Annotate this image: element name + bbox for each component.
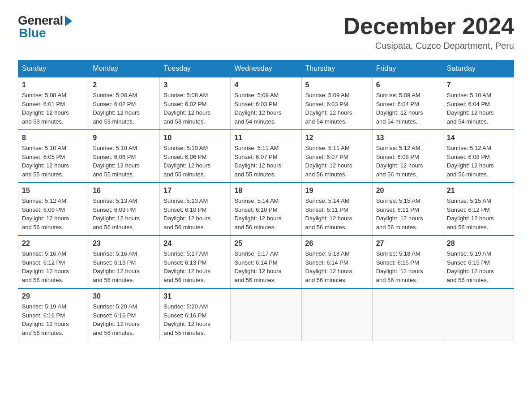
day-info: Sunrise: 5:14 AM Sunset: 6:11 PM Dayligh… bbox=[305, 197, 369, 231]
day-info: Sunrise: 5:08 AM Sunset: 6:01 PM Dayligh… bbox=[22, 91, 85, 126]
day-number: 20 bbox=[376, 187, 439, 195]
month-title: December 2024 bbox=[343, 13, 514, 39]
header-tuesday: Tuesday bbox=[160, 60, 231, 77]
day-info: Sunrise: 5:12 AM Sunset: 6:08 PM Dayligh… bbox=[447, 144, 510, 179]
day-info: Sunrise: 5:11 AM Sunset: 6:07 PM Dayligh… bbox=[234, 144, 297, 179]
day-number: 10 bbox=[163, 134, 227, 142]
day-info: Sunrise: 5:10 AM Sunset: 6:04 PM Dayligh… bbox=[447, 91, 510, 126]
day-number: 21 bbox=[447, 187, 510, 195]
day-info: Sunrise: 5:18 AM Sunset: 6:15 PM Dayligh… bbox=[376, 249, 439, 284]
day-number: 24 bbox=[163, 240, 227, 248]
header-monday: Monday bbox=[89, 60, 160, 77]
calendar-cell: 21 Sunrise: 5:15 AM Sunset: 6:12 PM Dayl… bbox=[443, 183, 514, 235]
day-number: 15 bbox=[22, 187, 85, 195]
day-info: Sunrise: 5:11 AM Sunset: 6:07 PM Dayligh… bbox=[305, 144, 369, 179]
calendar-cell: 7 Sunrise: 5:10 AM Sunset: 6:04 PM Dayli… bbox=[443, 77, 514, 130]
calendar-cell: 24 Sunrise: 5:17 AM Sunset: 6:13 PM Dayl… bbox=[160, 235, 231, 288]
day-info: Sunrise: 5:17 AM Sunset: 6:13 PM Dayligh… bbox=[163, 249, 227, 284]
calendar-cell: 14 Sunrise: 5:12 AM Sunset: 6:08 PM Dayl… bbox=[443, 130, 514, 183]
day-info: Sunrise: 5:10 AM Sunset: 6:05 PM Dayligh… bbox=[22, 144, 85, 179]
calendar-cell: 4 Sunrise: 5:09 AM Sunset: 6:03 PM Dayli… bbox=[231, 77, 301, 130]
day-number: 30 bbox=[93, 292, 156, 300]
header-wednesday: Wednesday bbox=[231, 60, 301, 77]
day-number: 3 bbox=[163, 81, 227, 89]
day-info: Sunrise: 5:10 AM Sunset: 6:06 PM Dayligh… bbox=[163, 144, 227, 179]
calendar-cell: 11 Sunrise: 5:11 AM Sunset: 6:07 PM Dayl… bbox=[231, 130, 301, 183]
day-info: Sunrise: 5:19 AM Sunset: 6:15 PM Dayligh… bbox=[447, 249, 510, 284]
day-number: 11 bbox=[234, 134, 297, 142]
day-number: 22 bbox=[22, 240, 85, 248]
calendar-cell: 3 Sunrise: 5:08 AM Sunset: 6:02 PM Dayli… bbox=[160, 77, 231, 130]
day-number: 6 bbox=[376, 81, 439, 89]
calendar-week-row: 8 Sunrise: 5:10 AM Sunset: 6:05 PM Dayli… bbox=[18, 130, 514, 183]
calendar-cell: 12 Sunrise: 5:11 AM Sunset: 6:07 PM Dayl… bbox=[301, 130, 372, 183]
day-info: Sunrise: 5:13 AM Sunset: 6:10 PM Dayligh… bbox=[163, 197, 227, 231]
day-number: 16 bbox=[93, 187, 156, 195]
calendar-week-row: 15 Sunrise: 5:12 AM Sunset: 6:09 PM Dayl… bbox=[18, 183, 514, 235]
day-number: 29 bbox=[22, 292, 85, 300]
day-info: Sunrise: 5:09 AM Sunset: 6:03 PM Dayligh… bbox=[234, 91, 297, 126]
day-info: Sunrise: 5:10 AM Sunset: 6:06 PM Dayligh… bbox=[93, 144, 156, 179]
day-info: Sunrise: 5:14 AM Sunset: 6:10 PM Dayligh… bbox=[234, 197, 297, 231]
day-number: 9 bbox=[93, 134, 156, 142]
calendar-cell: 6 Sunrise: 5:09 AM Sunset: 6:04 PM Dayli… bbox=[372, 77, 443, 130]
calendar-cell: 8 Sunrise: 5:10 AM Sunset: 6:05 PM Dayli… bbox=[18, 130, 89, 183]
day-info: Sunrise: 5:08 AM Sunset: 6:02 PM Dayligh… bbox=[93, 91, 156, 126]
day-number: 14 bbox=[447, 134, 510, 142]
calendar-cell: 9 Sunrise: 5:10 AM Sunset: 6:06 PM Dayli… bbox=[89, 130, 160, 183]
calendar-cell: 10 Sunrise: 5:10 AM Sunset: 6:06 PM Dayl… bbox=[160, 130, 231, 183]
day-info: Sunrise: 5:16 AM Sunset: 6:13 PM Dayligh… bbox=[93, 249, 156, 284]
calendar-week-row: 22 Sunrise: 5:16 AM Sunset: 6:12 PM Dayl… bbox=[18, 235, 514, 288]
day-number: 12 bbox=[305, 134, 369, 142]
calendar-cell: 19 Sunrise: 5:14 AM Sunset: 6:11 PM Dayl… bbox=[301, 183, 372, 235]
calendar-cell: 13 Sunrise: 5:12 AM Sunset: 6:08 PM Dayl… bbox=[372, 130, 443, 183]
header-sunday: Sunday bbox=[18, 60, 89, 77]
calendar-cell: 20 Sunrise: 5:15 AM Sunset: 6:11 PM Dayl… bbox=[372, 183, 443, 235]
day-info: Sunrise: 5:20 AM Sunset: 6:16 PM Dayligh… bbox=[163, 302, 227, 337]
calendar-cell: 27 Sunrise: 5:18 AM Sunset: 6:15 PM Dayl… bbox=[372, 235, 443, 288]
header-thursday: Thursday bbox=[301, 60, 372, 77]
calendar-cell: 25 Sunrise: 5:17 AM Sunset: 6:14 PM Dayl… bbox=[231, 235, 301, 288]
day-number: 26 bbox=[305, 240, 369, 248]
calendar-week-row: 29 Sunrise: 5:19 AM Sunset: 6:16 PM Dayl… bbox=[18, 288, 514, 341]
calendar-cell: 18 Sunrise: 5:14 AM Sunset: 6:10 PM Dayl… bbox=[231, 183, 301, 235]
calendar-cell: 28 Sunrise: 5:19 AM Sunset: 6:15 PM Dayl… bbox=[443, 235, 514, 288]
calendar-cell bbox=[443, 288, 514, 341]
page-header: General Blue December 2024 Cusipata, Cuz… bbox=[18, 13, 514, 51]
day-number: 17 bbox=[163, 187, 227, 195]
calendar-cell: 2 Sunrise: 5:08 AM Sunset: 6:02 PM Dayli… bbox=[89, 77, 160, 130]
day-info: Sunrise: 5:20 AM Sunset: 6:16 PM Dayligh… bbox=[93, 302, 156, 337]
day-info: Sunrise: 5:09 AM Sunset: 6:04 PM Dayligh… bbox=[376, 91, 439, 126]
day-info: Sunrise: 5:12 AM Sunset: 6:08 PM Dayligh… bbox=[376, 144, 439, 179]
day-info: Sunrise: 5:12 AM Sunset: 6:09 PM Dayligh… bbox=[22, 197, 85, 231]
calendar-cell: 17 Sunrise: 5:13 AM Sunset: 6:10 PM Dayl… bbox=[160, 183, 231, 235]
day-info: Sunrise: 5:17 AM Sunset: 6:14 PM Dayligh… bbox=[234, 249, 297, 284]
calendar-cell: 30 Sunrise: 5:20 AM Sunset: 6:16 PM Dayl… bbox=[89, 288, 160, 341]
day-number: 25 bbox=[234, 240, 297, 248]
day-info: Sunrise: 5:15 AM Sunset: 6:11 PM Dayligh… bbox=[376, 197, 439, 231]
day-number: 13 bbox=[376, 134, 439, 142]
calendar-table: SundayMondayTuesdayWednesdayThursdayFrid… bbox=[18, 60, 514, 341]
day-number: 23 bbox=[93, 240, 156, 248]
day-number: 1 bbox=[22, 81, 85, 89]
day-number: 8 bbox=[22, 134, 85, 142]
day-info: Sunrise: 5:16 AM Sunset: 6:12 PM Dayligh… bbox=[22, 249, 85, 284]
location-text: Cusipata, Cuzco Department, Peru bbox=[343, 41, 514, 51]
day-number: 31 bbox=[163, 292, 227, 300]
header-friday: Friday bbox=[372, 60, 443, 77]
day-number: 18 bbox=[234, 187, 297, 195]
day-info: Sunrise: 5:18 AM Sunset: 6:14 PM Dayligh… bbox=[305, 249, 369, 284]
day-number: 19 bbox=[305, 187, 369, 195]
calendar-cell: 15 Sunrise: 5:12 AM Sunset: 6:09 PM Dayl… bbox=[18, 183, 89, 235]
day-number: 2 bbox=[93, 81, 156, 89]
logo-arrow-icon bbox=[65, 16, 72, 26]
calendar-cell: 29 Sunrise: 5:19 AM Sunset: 6:16 PM Dayl… bbox=[18, 288, 89, 341]
calendar-week-row: 1 Sunrise: 5:08 AM Sunset: 6:01 PM Dayli… bbox=[18, 77, 514, 130]
calendar-cell bbox=[372, 288, 443, 341]
title-section: December 2024 Cusipata, Cuzco Department… bbox=[343, 13, 514, 51]
calendar-cell: 22 Sunrise: 5:16 AM Sunset: 6:12 PM Dayl… bbox=[18, 235, 89, 288]
calendar-cell: 31 Sunrise: 5:20 AM Sunset: 6:16 PM Dayl… bbox=[160, 288, 231, 341]
calendar-cell: 23 Sunrise: 5:16 AM Sunset: 6:13 PM Dayl… bbox=[89, 235, 160, 288]
day-number: 5 bbox=[305, 81, 369, 89]
day-info: Sunrise: 5:15 AM Sunset: 6:12 PM Dayligh… bbox=[447, 197, 510, 231]
